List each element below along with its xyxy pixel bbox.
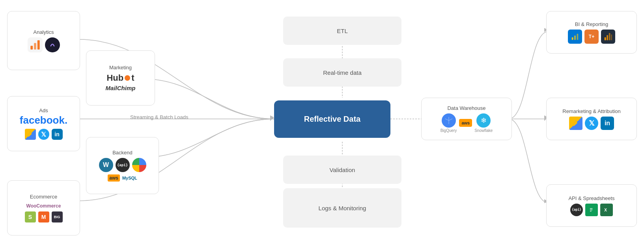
- backend-label: Backend: [112, 150, 133, 156]
- logs-box: Logs & Monitoring: [283, 188, 401, 228]
- snowflake-label: Snowflake: [474, 128, 493, 133]
- etl-box: ETL: [283, 17, 401, 45]
- svg-text:X: X: [604, 208, 607, 212]
- ecommerce-label: Ecommerce: [30, 194, 57, 200]
- bigquery-icon: [442, 113, 456, 128]
- logs-label: Logs & Monitoring: [319, 205, 366, 211]
- bigquery-label: BigQuery: [441, 128, 457, 133]
- data-warehouse-box: Data Warehouse BigQuery aws ❄ Snowflake: [421, 98, 512, 140]
- api-icon: {api}: [116, 158, 130, 172]
- bigcommerce-icon: BIG: [52, 211, 63, 222]
- wordpress-icon: W: [99, 158, 113, 172]
- reflective-data-label: Reflective Data: [304, 115, 360, 124]
- svg-rect-18: [605, 37, 606, 40]
- svg-marker-5: [270, 115, 274, 121]
- tableau-icon: T+: [584, 30, 599, 44]
- svg-rect-10: [34, 43, 36, 49]
- backend-box: Backend W {api} aws MySQL: [86, 137, 159, 194]
- svg-rect-21: [611, 34, 612, 40]
- svg-rect-17: [577, 33, 579, 40]
- svg-rect-15: [572, 37, 573, 39]
- ads-label: Ads: [39, 108, 48, 113]
- api-output-icon: {api}: [570, 204, 583, 216]
- mysql-text: MySQL: [122, 176, 137, 180]
- marketing-label: Marketing: [109, 65, 132, 70]
- twitter-icon: 𝕏: [38, 129, 49, 140]
- power-bi-icon: [568, 30, 582, 44]
- etl-label: ETL: [337, 28, 348, 34]
- aws-dw-icon: aws: [459, 119, 472, 127]
- remarketing-linkedin-icon: in: [601, 117, 614, 130]
- svg-rect-27: [590, 211, 592, 211]
- linkedin-icon: in: [52, 129, 63, 140]
- ecommerce-box: Ecommerce WooCommerce S M BIG: [7, 180, 80, 235]
- api-spreadsheets-box: API & Spreadsheets {api} X: [546, 184, 637, 227]
- svg-rect-11: [37, 40, 39, 49]
- snowflake-icon: ❄: [476, 113, 491, 128]
- excel-icon: X: [600, 204, 613, 216]
- marketing-box: Marketing Hub t MailChimp: [86, 50, 155, 106]
- gcp-icon: [132, 158, 146, 172]
- facebook-brand: facebook.: [20, 114, 67, 126]
- validation-label: Validation: [330, 167, 355, 173]
- svg-rect-26: [590, 209, 593, 210]
- mixpanel-icon: [45, 37, 60, 52]
- svg-rect-19: [607, 35, 608, 40]
- analytics-box: Analytics: [7, 11, 80, 70]
- bi-reporting-box: BI & Reporting T+: [546, 11, 637, 54]
- realtime-label: Real-time data: [323, 69, 362, 76]
- realtime-box: Real-time data: [283, 58, 401, 87]
- svg-rect-16: [574, 35, 576, 40]
- remarketing-google-ads-icon: [569, 117, 582, 130]
- google-sheets-icon: [585, 204, 598, 216]
- magento-icon: M: [38, 211, 49, 222]
- ads-box: Ads facebook. 𝕏 in: [7, 96, 80, 151]
- google-ads-icon: [25, 129, 36, 140]
- reflective-data-box: Reflective Data: [274, 100, 390, 138]
- bi-label: BI & Reporting: [575, 21, 609, 27]
- hubspot-brand: Hub t: [106, 73, 134, 83]
- woocommerce-brand: WooCommerce: [26, 203, 61, 209]
- google-analytics-icon: [28, 37, 43, 52]
- mailchimp-brand: MailChimp: [106, 85, 136, 91]
- api-spreadsheets-label: API & Spreadsheets: [568, 195, 614, 201]
- svg-rect-20: [609, 33, 610, 40]
- svg-point-12: [49, 41, 56, 48]
- streaming-batch-label: Streaming & Batch Loads: [130, 114, 188, 120]
- aws-bi-icon: [601, 30, 615, 44]
- analytics-label: Analytics: [33, 29, 54, 35]
- remarketing-label: Remarketing & Attribution: [562, 108, 620, 114]
- remarketing-twitter-icon: 𝕏: [585, 117, 598, 130]
- validation-box: Validation: [283, 156, 401, 184]
- shopify-icon: S: [25, 211, 36, 222]
- remarketing-box: Remarketing & Attribution 𝕏 in: [546, 98, 637, 140]
- svg-rect-25: [590, 208, 593, 209]
- data-warehouse-label: Data Warehouse: [447, 105, 485, 111]
- hubspot-dot: [125, 75, 130, 81]
- aws-text: aws: [108, 174, 120, 182]
- svg-rect-9: [30, 46, 33, 49]
